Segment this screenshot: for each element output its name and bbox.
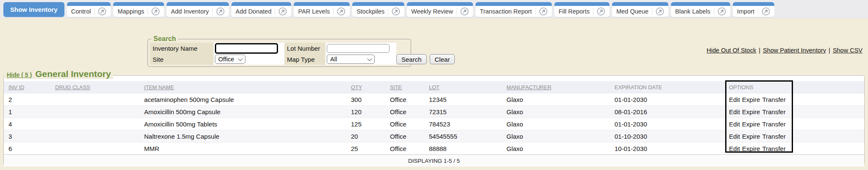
- popout-arrow-icon[interactable]: [216, 7, 225, 16]
- cell-inv-id: 3: [4, 130, 50, 143]
- popout-arrow-icon[interactable]: [656, 7, 664, 16]
- column-header-drug-class[interactable]: DRUG CLASS: [50, 81, 139, 93]
- popout-arrow-icon[interactable]: [460, 7, 469, 16]
- show-patient-inventory-link[interactable]: Show Patient Inventory: [763, 47, 826, 54]
- edit-action-link[interactable]: Edit: [729, 145, 740, 152]
- tab-show-inventory[interactable]: Show Inventory: [3, 2, 64, 17]
- tab-weekly-review[interactable]: Weekly Review: [407, 2, 473, 17]
- cell-site: Office: [385, 130, 424, 143]
- tab-stockpiles[interactable]: Stockpiles: [352, 2, 404, 17]
- column-header-inv-id[interactable]: INV ID: [4, 81, 50, 93]
- general-inventory-legend: Hide ( 5 ) General Inventory: [5, 70, 113, 79]
- cell-manufacturer: Glaxo: [502, 106, 610, 118]
- edit-action-link[interactable]: Edit: [729, 133, 740, 140]
- cell-manufacturer: Glaxo: [502, 143, 610, 155]
- popout-arrow-icon[interactable]: [718, 7, 726, 16]
- cell-site: Office: [385, 106, 424, 118]
- cell-item-name: Amoxicillin 500mg Tablets: [139, 118, 346, 130]
- column-header-qty[interactable]: QTY: [346, 81, 385, 93]
- tab-bar: Show InventoryControlMappingsAdd Invento…: [0, 0, 868, 18]
- map-type-select[interactable]: All: [327, 55, 375, 64]
- tab-separator: [593, 8, 593, 15]
- tab-mappings[interactable]: Mappings: [113, 2, 164, 17]
- expire-action-link[interactable]: Expire: [742, 133, 760, 140]
- cell-drug-class: [50, 118, 139, 130]
- cell-item-name: MMR: [139, 143, 346, 155]
- popout-arrow-icon[interactable]: [151, 7, 160, 16]
- tab-par-levels[interactable]: PAR Levels: [294, 2, 350, 17]
- expire-action-link[interactable]: Expire: [742, 145, 760, 152]
- cell-manufacturer: Glaxo: [502, 93, 610, 106]
- tab-accent-bar: [554, 2, 609, 6]
- show-csv-link[interactable]: Show CSV: [833, 47, 862, 54]
- site-select[interactable]: Office: [215, 55, 245, 64]
- popout-arrow-icon[interactable]: [98, 7, 106, 16]
- cell-site: Office: [385, 93, 424, 106]
- cell-qty: 300: [346, 93, 385, 106]
- clear-button[interactable]: Clear: [430, 54, 455, 64]
- inventory-name-cell: [214, 43, 284, 54]
- tab-control[interactable]: Control: [67, 2, 111, 17]
- popout-arrow-icon[interactable]: [762, 7, 770, 16]
- edit-action-link[interactable]: Edit: [729, 121, 740, 128]
- map-type-label: Map Type: [284, 54, 326, 65]
- tab-accent-bar: [352, 2, 404, 6]
- transfer-action-link[interactable]: Transfer: [762, 108, 785, 115]
- popout-arrow-icon[interactable]: [392, 7, 400, 16]
- hide-out-of-stock-link[interactable]: Hide Out Of Stock: [707, 47, 756, 54]
- lot-number-input[interactable]: [327, 44, 389, 53]
- edit-action-link[interactable]: Edit: [729, 96, 740, 103]
- cell-options: EditExpireTransfer: [724, 93, 864, 106]
- edit-action-link[interactable]: Edit: [729, 108, 740, 115]
- chevron-down-icon: [367, 56, 372, 61]
- tab-add-donated[interactable]: Add Donated: [231, 2, 292, 17]
- cell-item-name: Amoxicillin 500mg Capsule: [139, 106, 346, 118]
- site-cell: Office: [214, 54, 284, 65]
- cell-lot: 72315: [424, 106, 502, 118]
- general-inventory-panel: Hide ( 5 ) General Inventory INV IDDRUG …: [3, 75, 865, 165]
- hide-count-link[interactable]: Hide ( 5 ): [7, 71, 32, 79]
- inventory-header-row: INV IDDRUG CLASSITEM NAMEQTYSITELOTMANUF…: [4, 81, 864, 93]
- chevron-down-icon: [238, 56, 242, 61]
- transfer-action-link[interactable]: Transfer: [762, 121, 785, 128]
- popout-arrow-icon[interactable]: [337, 7, 345, 16]
- tab-med-queue[interactable]: Med Queue: [612, 2, 668, 17]
- search-button[interactable]: Search: [396, 54, 427, 64]
- column-header-item-name[interactable]: ITEM NAME: [139, 81, 346, 93]
- tab-add-inventory[interactable]: Add Inventory: [167, 2, 228, 17]
- popout-arrow-icon[interactable]: [278, 7, 287, 16]
- column-header-expiration-date: EXPIRATION DATE: [610, 81, 724, 93]
- paging-status: DISPLAYING 1-5 / 5: [4, 155, 864, 167]
- tab-accent-bar: [407, 2, 473, 6]
- tab-label: Fill Reports: [559, 8, 590, 15]
- inventory-row: 1Amoxicillin 500mg Capsule120Office72315…: [4, 106, 864, 118]
- link-separator: |: [829, 47, 830, 54]
- inventory-name-input[interactable]: [215, 43, 278, 54]
- expire-action-link[interactable]: Expire: [742, 121, 760, 128]
- tab-separator: [212, 8, 213, 15]
- popout-arrow-icon[interactable]: [539, 7, 548, 16]
- column-header-lot[interactable]: LOT: [424, 81, 502, 93]
- tab-accent-bar: [167, 2, 228, 6]
- tab-blank-labels[interactable]: Blank Labels: [671, 2, 730, 17]
- link-separator: |: [759, 47, 760, 54]
- tab-accent-bar: [476, 2, 552, 6]
- tab-separator: [456, 8, 457, 15]
- column-header-site[interactable]: SITE: [385, 81, 424, 93]
- popout-arrow-icon[interactable]: [597, 7, 605, 16]
- tab-import[interactable]: Import: [733, 2, 774, 17]
- tab-label: Blank Labels: [675, 8, 710, 15]
- tab-transaction-report[interactable]: Transaction Report: [476, 2, 552, 17]
- tab-accent-bar: [671, 2, 730, 6]
- column-header-manufacturer[interactable]: MANUFACTURER: [502, 81, 610, 93]
- tab-accent-bar: [67, 2, 111, 6]
- search-form: Inventory Name Lot Number Site Office Ma…: [150, 43, 409, 65]
- transfer-action-link[interactable]: Transfer: [762, 133, 785, 140]
- expire-action-link[interactable]: Expire: [742, 96, 760, 103]
- transfer-action-link[interactable]: Transfer: [762, 96, 785, 103]
- tab-fill-reports[interactable]: Fill Reports: [554, 2, 609, 17]
- cell-item-name: acetaminophen 500mg Capsule: [139, 93, 346, 106]
- tab-separator: [333, 8, 334, 15]
- transfer-action-link[interactable]: Transfer: [762, 145, 785, 152]
- expire-action-link[interactable]: Expire: [742, 108, 760, 115]
